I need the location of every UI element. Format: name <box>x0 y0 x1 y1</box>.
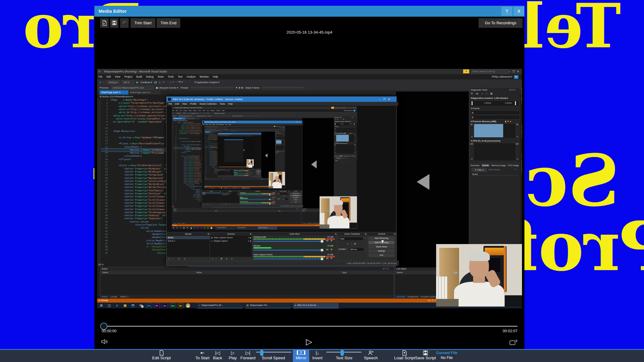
side-tab-team-explorer[interactable]: Team Explorer <box>356 135 357 142</box>
menu-file[interactable]: File <box>205 127 205 128</box>
debug-config-select[interactable]: Debug ▾ <box>107 80 120 84</box>
menu-build[interactable]: Build <box>136 75 142 78</box>
autos-tab-autos[interactable]: Autos <box>205 185 206 186</box>
diag-tab-memory-usage[interactable]: Memory Usage <box>344 156 350 157</box>
diag-tab-summary[interactable]: Summary <box>275 151 277 152</box>
photoshop-icon[interactable]: Ps <box>214 187 215 189</box>
menu-help[interactable]: Help <box>222 110 225 111</box>
audition-icon[interactable]: Au <box>204 227 206 230</box>
menu-project[interactable]: Project <box>209 127 211 128</box>
diag-tab-memory-usage[interactable]: Memory Usage <box>491 164 506 166</box>
obs-menu-profile[interactable]: Profile <box>212 124 215 125</box>
volume-slider-track[interactable] <box>253 241 324 242</box>
volume-slider-handle[interactable] <box>321 240 323 243</box>
menu-tools[interactable]: Tools <box>168 75 174 78</box>
taskbar-button-teleprompterpro-r-[interactable]: ∞TeleprompterPro (R... <box>223 187 232 189</box>
premiere-icon[interactable]: Pr <box>215 187 216 189</box>
gear-icon[interactable]: ⚙ <box>249 175 249 176</box>
cs-tab-exception-settings[interactable]: Exception Settings <box>421 296 438 298</box>
diagnostics-icon-row[interactable]: ⚙ ▤ ⌕ ⌕ ▦ <box>275 132 280 133</box>
menu-window[interactable]: Window <box>224 127 225 128</box>
source-item-video-capture-device[interactable]: ◉Video Capture Device ⊙ ▮ <box>210 236 252 239</box>
obs-menu-edit[interactable]: Edit <box>206 124 208 125</box>
after-effects-icon[interactable]: Ae <box>217 187 218 189</box>
obs-button-exit[interactable]: Exit <box>368 253 395 257</box>
menu-build[interactable]: Build <box>189 110 191 111</box>
cs-tab-breakpoints[interactable]: Breakpoints <box>307 223 312 224</box>
transition-spin[interactable]: ⌃ ⌄ <box>288 193 289 194</box>
menu-test[interactable]: Test <box>178 75 183 78</box>
speaker-icon[interactable]: ◄) <box>248 173 248 173</box>
menu-window[interactable]: Window <box>200 75 209 78</box>
menu-view[interactable]: View <box>208 127 208 128</box>
obs-titlebar[interactable]: ◔OBS 25.0.8 (64-bit, windows) - Profile:… <box>202 121 302 123</box>
store-icon[interactable]: ⬒ <box>186 227 188 229</box>
account-name[interactable]: Philip Littlewood ▾ <box>344 110 353 111</box>
task-view-icon[interactable]: ◫ <box>176 227 178 229</box>
filter-events-input[interactable]: Filter Events <box>487 168 514 171</box>
speaker-icon[interactable]: ◄) <box>326 257 328 259</box>
tab-mainpage-xaml-cs[interactable]: MainPage.xaml.cs <box>128 90 161 95</box>
scene-item-scene-3[interactable]: Scene 3 <box>202 194 222 196</box>
start-button[interactable]: ⊞ <box>205 187 205 189</box>
sources-toolbar[interactable]: ＋－ ⚙ ∧ ∨ <box>222 203 232 205</box>
dock-popout-icon[interactable]: ⧉ <box>250 232 251 236</box>
source-item-display-capture[interactable]: ▭Display Capture ⊙ ▮ <box>221 194 239 196</box>
obs-button-start-recording[interactable]: Start Recording <box>290 195 301 196</box>
bridge-icon[interactable]: Br <box>220 187 221 189</box>
side-tab-team-explorer[interactable]: Team Explorer <box>520 124 522 138</box>
volume-button[interactable] <box>101 339 108 345</box>
speaker-icon[interactable]: ◄) <box>271 194 273 195</box>
taskbar-button-teleprompterpro-r-[interactable]: ∞TeleprompterPro (R... <box>215 226 235 229</box>
volume-slider-track[interactable] <box>240 204 271 204</box>
side-tab-live-property-explorer[interactable]: Live Property Explorer <box>356 150 357 161</box>
diagnostics-panel-buttons[interactable]: ▾ ⊓ ✕ <box>351 116 354 118</box>
obs-menu-file[interactable]: File <box>203 124 204 125</box>
audition-icon[interactable]: Au <box>218 187 219 189</box>
taskbar-button-obs-25-0-8-64-bit-[interactable]: ◕OBS 25.0.8 (64-bit, ... <box>257 226 277 229</box>
duration-value[interactable]: 300 ms <box>282 198 288 200</box>
photoshop-icon[interactable]: Ps <box>193 227 196 230</box>
obs-titlebar[interactable]: ◔OBS 25.0.8 (64-bit, windows) - Profile:… <box>167 97 396 102</box>
obs-button-start-streaming[interactable]: Start Streaming <box>290 193 301 194</box>
menu-edit[interactable]: Edit <box>176 110 178 111</box>
speaker-icon[interactable]: ◄) <box>326 240 328 242</box>
file-explorer-icon[interactable]: ▣ <box>183 227 185 229</box>
diag-tab-events[interactable]: Events <box>277 151 279 151</box>
save-button[interactable] <box>110 18 118 28</box>
side-tab-team-explorer[interactable]: Team Explorer <box>285 140 285 144</box>
obs-button-start-streaming[interactable]: Start Streaming <box>256 170 261 171</box>
volume-slider-handle[interactable] <box>321 249 323 251</box>
vs-window-buttons[interactable]: –❐✕ <box>509 70 521 73</box>
diag-tab-memory-usage[interactable]: Memory Usage <box>279 151 282 152</box>
obs-button-settings[interactable]: Settings <box>368 249 395 253</box>
menu-tools[interactable]: Tools <box>203 110 205 111</box>
obs-button-studio-mode[interactable]: Studio Mode <box>290 197 301 199</box>
diag-tab-events[interactable]: Events <box>339 155 343 157</box>
obs-button-studio-mode[interactable]: Studio Mode <box>368 245 395 249</box>
diag-tab-summary[interactable]: Summary <box>470 164 480 166</box>
side-tab-live-property-explorer[interactable]: Live Property Explorer <box>520 153 522 174</box>
menu-view[interactable]: View <box>115 75 120 78</box>
mail-icon[interactable]: ✉12 <box>138 303 143 308</box>
edge-icon[interactable]: e <box>115 303 120 308</box>
cs-tab-breakpoints[interactable]: Breakpoints <box>408 296 419 298</box>
trim-start-button[interactable]: Trim Start <box>130 18 155 28</box>
menu-debug[interactable]: Debug <box>193 110 196 111</box>
transition-select[interactable]: Fade <box>339 237 363 241</box>
bridge-icon[interactable]: Br <box>178 303 183 308</box>
vs-window-buttons[interactable]: –❐✕ <box>351 107 357 109</box>
speaker-icon[interactable]: ◄) <box>326 248 328 250</box>
tab-mainpage-xaml[interactable]: MainPage.xaml ⨯ <box>100 90 129 95</box>
quick-launch-input[interactable]: Quick Launch (Ctrl+Q) <box>275 126 282 127</box>
obs-menu-scene-collection[interactable]: Scene Collection <box>216 124 224 125</box>
timeline-track[interactable] <box>102 326 517 327</box>
obs-menu-edit[interactable]: Edit <box>175 102 179 105</box>
mail-icon[interactable]: ✉12 <box>190 227 192 229</box>
autos-tab-locals[interactable]: Locals <box>110 295 117 298</box>
file-explorer-icon[interactable]: ▣ <box>209 187 210 189</box>
title-bar[interactable]: Media Editor ? X <box>94 6 524 17</box>
menu-analyze[interactable]: Analyze <box>221 127 223 128</box>
bridge-icon[interactable]: Br <box>207 227 209 230</box>
transition-toolbar[interactable]: ＋－⚙ <box>252 171 254 172</box>
